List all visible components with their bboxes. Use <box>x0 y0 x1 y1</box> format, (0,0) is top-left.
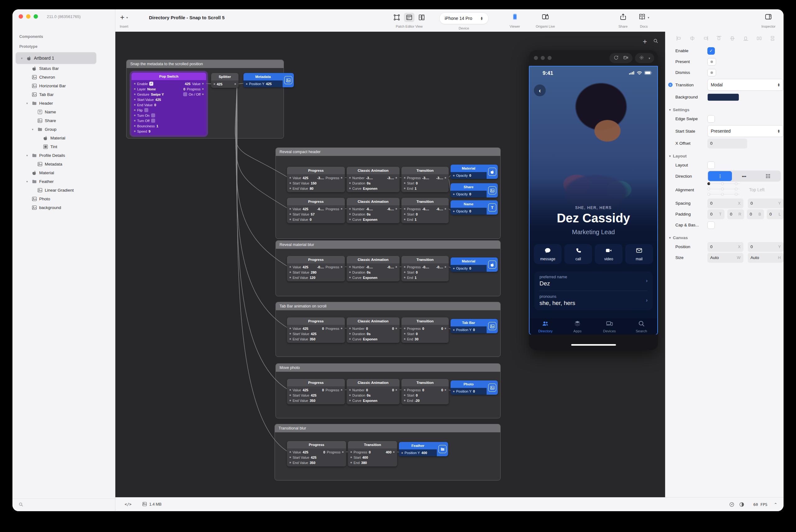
viewer-window-dot[interactable] <box>541 56 545 60</box>
input-port-dot[interactable] <box>404 271 405 273</box>
input-port-dot[interactable] <box>349 277 351 278</box>
patch-node-classic-animation[interactable]: Classic AnimationNumber00Duration0sCurve… <box>347 317 400 343</box>
input-port-dot[interactable] <box>289 188 291 189</box>
disclosure-chevron-icon[interactable]: ▾ <box>31 128 35 131</box>
input-port-dot[interactable] <box>404 218 405 220</box>
patch-node-transition[interactable]: TransitionProgress00Start0End-20 <box>401 379 449 404</box>
tab-search[interactable]: Search <box>625 318 657 335</box>
sidebar-layer-horizontal-bar[interactable]: Horizontal Bar <box>16 81 112 90</box>
port-value[interactable]: Exponen <box>363 399 377 402</box>
input-port-dot[interactable] <box>401 452 403 454</box>
port-plus-icon[interactable]: + <box>668 82 672 87</box>
sidebar-layer-header[interactable]: ▾Header <box>16 99 112 108</box>
input-port-dot[interactable] <box>404 208 405 210</box>
transition-select[interactable]: Modal ▲▼ <box>707 79 783 91</box>
port-value[interactable]: 350 <box>310 399 315 402</box>
port-value[interactable]: 0 <box>154 103 156 107</box>
enable-checkbox[interactable]: ✓ <box>707 47 715 55</box>
port-value[interactable]: 9 <box>149 130 150 133</box>
input-port-dot[interactable] <box>246 83 248 85</box>
output-port-dot[interactable] <box>396 328 397 329</box>
port-value[interactable]: 0 <box>469 192 471 196</box>
input-port-dot[interactable] <box>349 328 351 329</box>
port-checkbox[interactable] <box>151 119 155 123</box>
input-port-dot[interactable] <box>349 338 351 340</box>
port-value[interactable]: 0 <box>310 218 311 222</box>
layout-checkbox[interactable] <box>707 162 715 169</box>
port-value[interactable]: -20 <box>415 399 420 402</box>
output-port-dot[interactable] <box>445 177 446 178</box>
profile-field-pronouns[interactable]: pronounsshe, her, hers› <box>534 291 653 310</box>
input-port-dot[interactable] <box>134 115 135 116</box>
output-port-dot[interactable] <box>341 389 342 391</box>
edge-swipe-checkbox[interactable] <box>707 115 715 123</box>
port-value[interactable]: 0 <box>416 212 418 216</box>
input-port-dot[interactable] <box>404 333 405 335</box>
input-port-dot[interactable] <box>289 277 291 278</box>
port-value[interactable]: 350 <box>310 461 315 464</box>
patch-editor-canvas[interactable]: + <box>115 32 665 497</box>
patch-node-transition[interactable]: TransitionProgress-6....-6....Start0End1 <box>401 198 449 223</box>
port-value[interactable]: 0 <box>416 394 418 397</box>
input-port-dot[interactable] <box>453 193 455 195</box>
input-port-dot[interactable] <box>289 338 291 340</box>
viewer-settings-gear-icon[interactable] <box>639 55 644 61</box>
port-value[interactable]: Swipe Y <box>151 93 164 96</box>
sidebar-layer-tint[interactable]: Tint <box>16 142 112 151</box>
patch-node-progress[interactable]: ProgressValue425-3....ProgressStart Valu… <box>287 167 345 192</box>
padding-right-field[interactable]: 0R <box>727 209 744 219</box>
input-port-dot[interactable] <box>289 328 291 329</box>
origami-live-tool[interactable]: Origami Live <box>536 13 555 28</box>
input-port-dot[interactable] <box>134 109 135 111</box>
patch-node-classic-animation[interactable]: Classic AnimationNumber-6....-6....Durat… <box>347 198 400 223</box>
disclosure-chevron-icon[interactable]: ▾ <box>25 180 29 183</box>
sidebar-layer-share[interactable]: Share <box>16 116 112 125</box>
canvas-view-button[interactable] <box>392 13 402 22</box>
port-value[interactable]: 425 <box>156 98 161 101</box>
input-port-dot[interactable] <box>134 125 135 127</box>
action-button-video[interactable]: video <box>595 244 622 264</box>
port-value[interactable]: 0s <box>367 212 370 216</box>
input-port-dot[interactable] <box>289 333 291 335</box>
direction-horizontal-option[interactable]: ••• <box>732 171 756 181</box>
components-section-label[interactable]: Components <box>13 32 115 42</box>
port-value[interactable]: 0 <box>366 388 368 392</box>
action-button-mail[interactable]: mail <box>625 244 653 264</box>
port-value[interactable]: 400 <box>421 451 427 455</box>
sidebar-layer-photo[interactable]: Photo <box>16 194 112 203</box>
input-port-dot[interactable] <box>404 188 405 189</box>
input-port-dot[interactable] <box>289 177 291 178</box>
align-right-icon[interactable] <box>703 35 709 42</box>
input-port-dot[interactable] <box>289 462 291 463</box>
port-value[interactable]: 120 <box>310 276 315 280</box>
docs-book-icon[interactable] <box>638 13 646 22</box>
output-port-dot[interactable] <box>202 94 204 95</box>
input-port-dot[interactable] <box>289 266 291 268</box>
tab-devices[interactable]: Devices <box>594 318 626 335</box>
input-port-dot[interactable] <box>350 451 352 453</box>
align-bottom-icon[interactable] <box>743 35 749 42</box>
patch-node-classic-animation[interactable]: Classic AnimationNumber-0....-0....Durat… <box>347 256 400 281</box>
prototype-section-label[interactable]: Prototype <box>13 42 115 52</box>
port-value[interactable]: -3.... <box>422 176 429 180</box>
patch-node-transition[interactable]: TransitionProgress00Start0End30 <box>401 317 449 343</box>
patch-node-splitter[interactable]: Splitter425 <box>211 73 238 88</box>
input-port-dot[interactable] <box>289 389 291 391</box>
disclosure-chevron-icon[interactable]: ▾ <box>20 57 24 60</box>
output-port-dot[interactable] <box>445 208 446 210</box>
docs-tool[interactable]: ▾ Docs <box>638 13 649 28</box>
artboard-screen[interactable]: 9:41 ‹ SHE, HER, HERS Dez Cassidy Market… <box>529 66 658 335</box>
align-left-icon[interactable] <box>676 35 682 42</box>
port-value[interactable]: 0s <box>367 332 370 336</box>
chevron-up-icon[interactable]: ⌃ <box>774 497 777 511</box>
port-value[interactable]: Exponen <box>363 187 377 190</box>
input-port-dot[interactable] <box>453 211 455 212</box>
patch-node-material[interactable]: MaterialOpacity0 <box>451 165 498 179</box>
port-value[interactable]: 425 <box>311 394 316 397</box>
patch-node-classic-animation[interactable]: Classic AnimationNumber-3....-3....Durat… <box>347 167 400 192</box>
sidebar-layer-tab-bar[interactable]: Tab Bar <box>16 90 112 99</box>
input-port-dot[interactable] <box>404 389 405 391</box>
port-value[interactable]: 0 <box>422 327 424 330</box>
port-checkbox[interactable] <box>144 108 148 112</box>
output-port-dot[interactable] <box>445 266 446 268</box>
